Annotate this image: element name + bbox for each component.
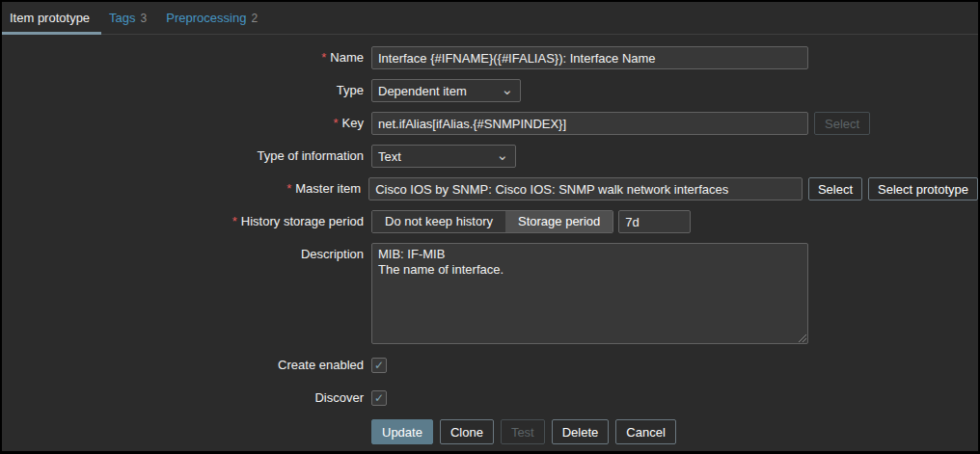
discover-checkbox[interactable]: ✓ — [371, 390, 387, 406]
type-select[interactable]: Dependent item ⌄ — [371, 79, 521, 102]
update-button[interactable]: Update — [371, 419, 433, 444]
required-marker: * — [232, 214, 237, 228]
history-storage-period-radio-group: Do not keep history Storage period — [371, 210, 613, 233]
tab-preprocessing[interactable]: Preprocessing 2 — [158, 2, 269, 34]
tab-tags-label: Tags — [109, 11, 135, 25]
chevron-down-icon: ⌄ — [496, 147, 508, 164]
tab-bar: Item prototype Tags 3 Preprocessing 2 — [2, 2, 978, 35]
item-prototype-form: *Name Type Dependent item ⌄ *Key Select — [2, 35, 978, 444]
description-label: Description — [2, 243, 364, 266]
tab-preprocessing-count-badge: 2 — [251, 12, 258, 25]
master-item-row: *Master item Select Select prototype — [2, 177, 978, 200]
type-of-information-label: Type of information — [2, 145, 364, 168]
tab-item-prototype-label: Item prototype — [10, 11, 90, 25]
create-enabled-checkbox[interactable]: ✓ — [371, 358, 387, 373]
tab-tags[interactable]: Tags 3 — [101, 2, 158, 34]
history-storage-period-row: *History storage period Do not keep hist… — [2, 210, 978, 233]
tab-item-prototype[interactable]: Item prototype — [2, 2, 101, 34]
clone-button[interactable]: Clone — [440, 419, 494, 444]
history-storage-period-input[interactable] — [618, 210, 691, 233]
discover-label: Discover — [2, 387, 364, 410]
master-item-select-prototype-button[interactable]: Select prototype — [868, 177, 978, 200]
master-item-input[interactable] — [368, 177, 803, 200]
discover-row: Discover ✓ — [2, 387, 978, 410]
key-input[interactable] — [371, 112, 808, 135]
key-label: *Key — [2, 112, 364, 135]
type-row: Type Dependent item ⌄ — [2, 79, 978, 102]
name-label: *Name — [2, 46, 364, 69]
chevron-down-icon: ⌄ — [501, 81, 513, 98]
tab-tags-count-badge: 3 — [141, 12, 148, 25]
create-enabled-label: Create enabled — [2, 354, 364, 377]
item-prototype-window: Item prototype Tags 3 Preprocessing 2 *N… — [0, 0, 980, 454]
radio-storage-period[interactable]: Storage period — [505, 211, 612, 232]
required-marker: * — [334, 116, 339, 130]
name-input[interactable] — [371, 46, 808, 69]
description-row: Description MIB: IF-MIB The name of inte… — [2, 243, 978, 344]
create-enabled-row: Create enabled ✓ — [2, 354, 978, 377]
type-of-information-select[interactable]: Text ⌄ — [371, 145, 516, 168]
description-textarea[interactable]: MIB: IF-MIB The name of interface. — [371, 243, 808, 344]
master-item-label: *Master item — [2, 177, 361, 200]
name-row: *Name — [2, 46, 978, 69]
type-label: Type — [2, 79, 364, 102]
description-textarea-wrap: MIB: IF-MIB The name of interface. — [371, 243, 808, 344]
type-select-value: Dependent item — [378, 84, 467, 98]
type-of-information-select-value: Text — [378, 149, 401, 164]
type-of-information-row: Type of information Text ⌄ — [2, 145, 978, 168]
checkmark-icon: ✓ — [374, 359, 384, 372]
required-marker: * — [321, 50, 326, 65]
delete-button[interactable]: Delete — [552, 419, 610, 444]
key-select-button[interactable]: Select — [814, 112, 870, 135]
master-item-select-button[interactable]: Select — [808, 177, 862, 200]
checkmark-icon: ✓ — [374, 391, 384, 405]
cancel-button[interactable]: Cancel — [615, 419, 675, 444]
tab-preprocessing-label: Preprocessing — [166, 11, 246, 25]
key-row: *Key Select — [2, 112, 978, 135]
test-button[interactable]: Test — [501, 419, 545, 444]
required-marker: * — [286, 181, 291, 196]
radio-do-not-keep-history[interactable]: Do not keep history — [372, 211, 505, 232]
history-storage-period-label: *History storage period — [2, 210, 364, 233]
form-footer: Update Clone Test Delete Cancel — [2, 419, 978, 444]
